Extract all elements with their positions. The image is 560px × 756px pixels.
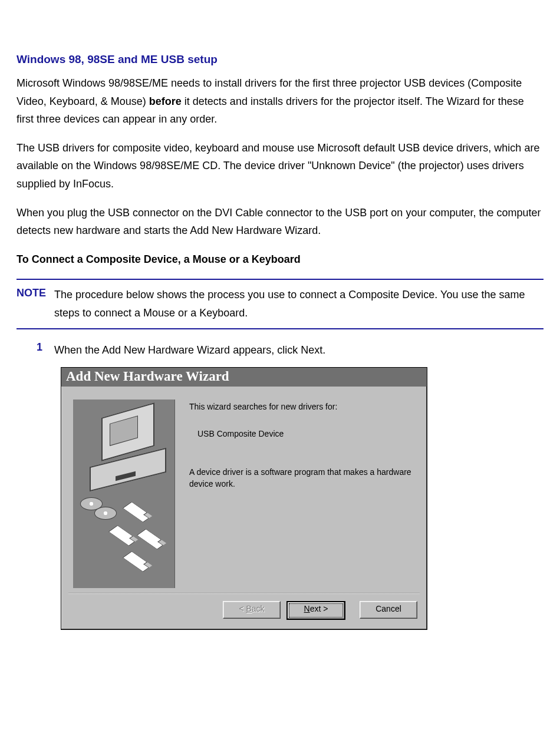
wizard-body: This wizard searches for new drivers for… [61, 387, 427, 593]
step-number: 1 [17, 341, 54, 354]
wizard-button-row: < Back Next > Cancel [61, 594, 427, 629]
wizard-content: This wizard searches for new drivers for… [175, 400, 415, 588]
paragraph-1: Microsoft Windows 98/98SE/ME needs to in… [17, 74, 543, 128]
note-label: NOTE [17, 286, 54, 299]
paragraph-3: When you plug the USB connector on the D… [17, 204, 543, 240]
cancel-button[interactable]: Cancel [360, 601, 417, 619]
wizard-sidebar-art [73, 400, 175, 588]
section-title: Windows 98, 98SE and ME USB setup [17, 53, 543, 66]
note-text: The procedure below shows the process yo… [54, 286, 543, 322]
wizard-screenshot: Add New Hardware Wizard This wizard sear… [61, 367, 543, 630]
step-1: 1 When the Add New Hardware Wizard appea… [17, 341, 543, 359]
wizard-dialog: Add New Hardware Wizard This wizard sear… [61, 367, 427, 630]
document-page: Windows 98, 98SE and ME USB setup Micros… [0, 0, 560, 653]
page-icon [123, 501, 152, 522]
wizard-titlebar: Add New Hardware Wizard [61, 368, 427, 387]
page-icon [137, 529, 166, 549]
wizard-device-name: USB Composite Device [189, 428, 415, 440]
next-button[interactable]: Next > [286, 601, 345, 620]
subheading: To Connect a Composite Device, a Mouse o… [17, 250, 543, 269]
back-button: < Back [223, 601, 281, 619]
step-text: When the Add New Hardware Wizard appears… [54, 341, 543, 359]
paragraph-1-bold: before [149, 95, 182, 107]
wizard-intro-text: This wizard searches for new drivers for… [189, 401, 415, 412]
note-block: NOTE The procedure below shows the proce… [17, 279, 543, 329]
paragraph-2: The USB drivers for composite video, key… [17, 139, 543, 193]
page-icon [123, 551, 152, 572]
wizard-description: A device driver is a software program th… [189, 466, 415, 490]
cd-icon [94, 507, 117, 520]
page-icon [108, 525, 138, 546]
